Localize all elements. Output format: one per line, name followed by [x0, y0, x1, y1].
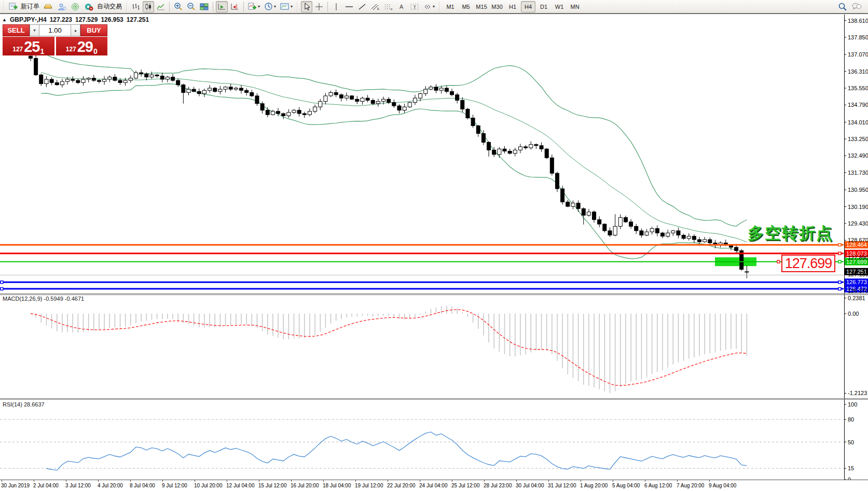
- price-tick-label: 135.550: [848, 85, 868, 91]
- line-handle[interactable]: [838, 260, 841, 263]
- time-axis-tick: [162, 480, 163, 482]
- time-axis-tick: [195, 480, 195, 482]
- line-handle[interactable]: [838, 281, 841, 284]
- chart-canvas[interactable]: 128.464128.073127.699126.773126.472127.2…: [0, 0, 868, 491]
- time-axis-tick: [645, 480, 645, 482]
- time-axis-tick: [291, 480, 292, 482]
- time-axis-tick: [98, 480, 99, 482]
- price-tick-label: 134.790: [848, 102, 868, 108]
- buy-price-small: 127: [66, 44, 76, 54]
- turning-point-annotation[interactable]: 多空转折点: [748, 222, 833, 244]
- macd-pane-label: MACD(12,26,9) -0.5949 -0.4671: [3, 296, 84, 302]
- volume-increase-button[interactable]: ▲: [71, 24, 80, 36]
- time-axis-label: 2 Jul 04:00: [33, 483, 59, 488]
- low-value: 126.953: [101, 16, 123, 23]
- price-tick-label: 131.730: [848, 170, 868, 176]
- time-axis-tick: [34, 480, 34, 482]
- time-axis-label: 10 Jul 20:00: [194, 483, 223, 488]
- volume-input[interactable]: 1.00: [39, 24, 71, 36]
- time-axis-label: 9 Aug 04:00: [709, 483, 736, 488]
- time-axis-label: 6 Aug 12:00: [644, 483, 672, 488]
- macd-axis-label: -1.2123: [848, 390, 867, 396]
- sell-price-sup: 1: [40, 48, 45, 54]
- time-axis-tick: [130, 480, 131, 482]
- volume-decrease-button[interactable]: ▼: [30, 24, 39, 36]
- price-line-badge-text: 126.773: [846, 279, 867, 285]
- symbol-period-label: GBPJPY-,H4: [10, 16, 47, 23]
- high-value: 127.529: [75, 16, 98, 23]
- price-axis[interactable]: 128.464128.073127.699126.773126.472127.2…: [844, 15, 868, 480]
- bollinger-middle-band: [41, 72, 747, 242]
- close-value: 127.251: [127, 16, 149, 23]
- buy-price-sup: 0: [93, 48, 98, 54]
- time-axis-tick: [227, 480, 227, 482]
- price-tick-label: 137.850: [848, 34, 868, 40]
- time-axis-tick: [452, 480, 452, 482]
- time-axis-label: 25 Jul 12:00: [451, 483, 480, 488]
- price-tick-label: 134.010: [848, 119, 868, 125]
- time-axis-label: 12 Jul 04:00: [226, 483, 255, 488]
- time-axis-tick: [677, 480, 678, 482]
- time-axis-label: 5 Aug 04:00: [612, 483, 640, 488]
- price-tick-label: 126.370: [848, 288, 868, 294]
- time-axis-label: 7 Aug 20:00: [677, 483, 704, 488]
- buy-price-big: 29: [77, 39, 93, 54]
- time-axis-tick: [259, 480, 259, 482]
- macd-pane: [31, 306, 747, 393]
- time-axis-tick: [420, 480, 420, 482]
- time-axis-label: 22 Jul 20:00: [387, 483, 416, 488]
- time-axis-label: 31 Jul 12:00: [548, 483, 576, 488]
- chart-ohlc-header: ▲ GBPJPY-,H4 127.223 127.529 126.953 127…: [2, 16, 149, 23]
- time-axis-tick: [581, 480, 581, 482]
- price-tick-label: 137.070: [848, 51, 868, 58]
- price-tick-label: 129.430: [848, 220, 868, 227]
- time-axis-tick: [484, 480, 485, 482]
- price-callout-box[interactable]: 127.699: [781, 255, 835, 272]
- time-axis-label: 30 Jun 2019: [1, 483, 30, 488]
- time-axis-label: 8 Jul 04:00: [130, 483, 155, 488]
- main-price-pane: [0, 51, 844, 290]
- price-tick-label: 138.610: [848, 18, 868, 24]
- price-tick-label: 128.670: [848, 237, 868, 243]
- time-axis-label: 1 Aug 20:00: [580, 483, 608, 488]
- line-handle[interactable]: [838, 244, 841, 246]
- time-axis-tick: [355, 480, 356, 482]
- bollinger-upper-band: [41, 51, 747, 227]
- time-axis-label: 3 Jul 12:00: [65, 483, 91, 488]
- callout-handle[interactable]: [777, 260, 780, 263]
- time-axis-label: 18 Jul 04:00: [323, 483, 351, 488]
- line-handle[interactable]: [838, 288, 841, 290]
- time-axis-label: 15 Jul 12:00: [258, 483, 287, 488]
- sell-button[interactable]: SELL: [3, 24, 30, 36]
- price-tick-label: 130.950: [848, 187, 868, 193]
- sell-price-big: 25: [24, 39, 39, 54]
- line-handle[interactable]: [838, 252, 841, 255]
- time-axis-tick: [613, 480, 613, 482]
- rsi-axis-label: 100: [848, 401, 857, 408]
- sell-price-display[interactable]: 127251: [3, 37, 54, 55]
- time-axis[interactable]: 30 Jun 20192 Jul 04:003 Jul 12:004 Jul 2…: [0, 480, 868, 491]
- time-axis-label: 4 Jul 20:00: [98, 483, 123, 488]
- open-value: 127.223: [50, 16, 72, 23]
- line-handle[interactable]: [1, 281, 3, 284]
- collapse-panel-icon[interactable]: ▲: [2, 17, 7, 22]
- rsi-pane-label: RSI(14) 28.6637: [3, 401, 45, 408]
- time-axis-tick: [66, 480, 66, 482]
- time-axis-tick: [323, 480, 324, 482]
- buy-price-display[interactable]: 127290: [56, 37, 108, 55]
- price-tick-label: 127.890: [848, 255, 868, 261]
- macd-axis-label: 0.2381: [848, 295, 865, 301]
- bollinger-lower-band: [41, 84, 747, 264]
- rsi-pane: [0, 419, 844, 470]
- price-tick-label: 133.250: [848, 136, 868, 142]
- time-axis-label: 24 Jul 04:00: [419, 483, 448, 488]
- buy-button[interactable]: BUY: [80, 24, 107, 36]
- time-axis-label: 19 Jul 12:00: [355, 483, 383, 488]
- time-axis-tick: [548, 480, 549, 482]
- price-callout-value: 127.699: [785, 256, 832, 272]
- time-axis-label: 16 Jul 20:00: [291, 483, 319, 488]
- time-axis-tick: [709, 480, 710, 482]
- line-handle[interactable]: [1, 288, 3, 290]
- time-axis-tick: [2, 480, 2, 482]
- price-tick-label: 132.490: [848, 152, 868, 159]
